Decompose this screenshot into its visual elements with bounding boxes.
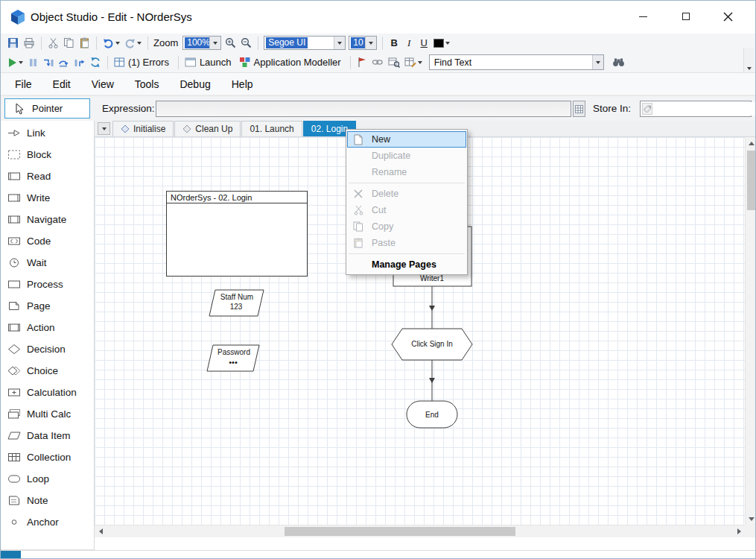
copy-button[interactable] bbox=[61, 35, 77, 51]
find-button[interactable] bbox=[610, 54, 627, 71]
menu-tools[interactable]: Tools bbox=[124, 73, 170, 95]
scroll-up-button[interactable] bbox=[746, 137, 756, 149]
save-button[interactable] bbox=[5, 35, 21, 51]
tool-wait[interactable]: Wait bbox=[1, 252, 94, 274]
context-menu-item-duplicate[interactable]: Duplicate bbox=[347, 148, 466, 164]
print-button[interactable] bbox=[21, 35, 37, 51]
vertical-scrollbar[interactable] bbox=[745, 137, 756, 525]
application-modeller-button[interactable]: Application Modeller bbox=[237, 54, 346, 71]
pause-button[interactable] bbox=[25, 54, 40, 71]
tool-code[interactable]: Code bbox=[1, 230, 94, 252]
tool-collection[interactable]: Collection bbox=[1, 446, 94, 468]
link-writer1-to-click-sign-in[interactable] bbox=[429, 286, 435, 329]
font-size-combobox[interactable]: 10 bbox=[349, 36, 377, 50]
breakpoint-button[interactable] bbox=[355, 54, 369, 71]
close-button[interactable] bbox=[710, 5, 746, 28]
tool-data-item[interactable]: Data Item bbox=[1, 425, 94, 446]
launch-button[interactable]: Launch bbox=[182, 54, 237, 71]
italic-button[interactable]: I bbox=[401, 36, 416, 51]
tool-link[interactable]: Link bbox=[1, 122, 94, 144]
vertical-scroll-thumb[interactable] bbox=[747, 151, 756, 210]
chevron-down-icon[interactable] bbox=[365, 37, 376, 49]
context-menu-item-cut[interactable]: Cut bbox=[347, 202, 466, 218]
tool-read[interactable]: Read bbox=[1, 165, 94, 187]
tool-write[interactable]: Write bbox=[1, 187, 94, 209]
data-item-staff-num[interactable]: Staff Num 123 bbox=[209, 290, 264, 316]
menu-view[interactable]: View bbox=[81, 73, 124, 95]
font-family-combobox[interactable]: Segoe UI bbox=[264, 36, 346, 50]
cut-button[interactable] bbox=[45, 35, 61, 51]
tab-list-dropdown-button[interactable] bbox=[98, 122, 110, 135]
tab-01-launch[interactable]: 01. Launch bbox=[241, 121, 302, 136]
scroll-right-button[interactable] bbox=[733, 525, 745, 537]
scroll-left-button[interactable] bbox=[95, 525, 107, 537]
chain-link-icon bbox=[372, 57, 384, 68]
context-menu-item-rename[interactable]: Rename bbox=[347, 164, 466, 180]
tool-note[interactable]: Note bbox=[1, 490, 94, 511]
toolbar-overflow-scrollbar[interactable] bbox=[743, 48, 755, 72]
link-click-sign-in-to-end[interactable] bbox=[429, 360, 435, 401]
errors-button[interactable]: (1) Errors bbox=[112, 54, 174, 71]
store-in-field[interactable] bbox=[640, 101, 752, 117]
tool-multi-calc[interactable]: Multi Calc bbox=[1, 403, 94, 425]
paste-button[interactable] bbox=[77, 35, 92, 51]
font-color-button[interactable] bbox=[431, 35, 452, 51]
menu-edit[interactable]: Edit bbox=[42, 73, 81, 95]
page-description-block[interactable]: NOrderSys - 02. Login bbox=[166, 191, 308, 277]
data-item-password[interactable]: Password ••• bbox=[207, 345, 259, 371]
step-in-button[interactable] bbox=[40, 54, 56, 71]
pointer-tool-button[interactable]: Pointer bbox=[4, 98, 90, 119]
tool-action[interactable]: Action bbox=[1, 317, 94, 338]
undo-button[interactable] bbox=[101, 35, 122, 51]
tool-choice[interactable]: Choice bbox=[1, 360, 94, 382]
show-links-button[interactable] bbox=[369, 54, 386, 71]
expression-input[interactable] bbox=[156, 101, 571, 117]
tool-decision[interactable]: Decision bbox=[1, 338, 94, 360]
minimize-button[interactable] bbox=[625, 5, 661, 28]
find-text-input[interactable] bbox=[431, 57, 592, 68]
chevron-down-icon[interactable] bbox=[209, 37, 220, 49]
scroll-down-button[interactable] bbox=[746, 513, 756, 525]
tool-anchor[interactable]: Anchor bbox=[1, 511, 94, 533]
underline-button[interactable]: U bbox=[416, 36, 431, 51]
find-text-combobox[interactable] bbox=[429, 54, 604, 70]
tool-loop[interactable]: Loop bbox=[1, 468, 94, 490]
chevron-down-icon[interactable] bbox=[592, 55, 603, 69]
horizontal-scrollbar[interactable] bbox=[95, 525, 745, 537]
context-menu-item-paste[interactable]: Paste bbox=[347, 235, 466, 251]
context-menu-item-new[interactable]: New bbox=[347, 131, 466, 148]
context-menu-item-copy[interactable]: Copy bbox=[347, 218, 466, 235]
launch-window-icon bbox=[185, 57, 197, 68]
restart-button[interactable] bbox=[87, 54, 104, 71]
menu-debug[interactable]: Debug bbox=[169, 73, 220, 95]
context-menu-item-label: Copy bbox=[372, 221, 393, 232]
maximize-button[interactable] bbox=[668, 5, 704, 28]
tool-block[interactable]: Block bbox=[1, 144, 94, 165]
tool-navigate[interactable]: Navigate bbox=[1, 209, 94, 230]
tab-initialise[interactable]: Initialise bbox=[112, 121, 174, 136]
search-dependencies-button[interactable] bbox=[386, 54, 402, 71]
menu-file[interactable]: File bbox=[4, 73, 42, 95]
context-menu-item-delete[interactable]: Delete bbox=[347, 186, 466, 202]
stage-click-sign-in[interactable]: Click Sign In bbox=[392, 329, 472, 360]
redo-button[interactable] bbox=[122, 35, 144, 51]
step-over-button[interactable] bbox=[56, 54, 72, 71]
zoom-combobox[interactable]: 100% bbox=[182, 36, 221, 50]
collection-manager-button[interactable] bbox=[402, 54, 425, 71]
run-button[interactable] bbox=[5, 54, 25, 71]
stage-end[interactable]: End bbox=[407, 401, 457, 428]
tab-clean-up[interactable]: Clean Up bbox=[174, 121, 241, 136]
bold-button[interactable]: B bbox=[387, 36, 401, 51]
context-menu-item-manage-pages[interactable]: Manage Pages bbox=[347, 256, 466, 273]
step-out-button[interactable] bbox=[72, 54, 87, 71]
tool-process[interactable]: Process bbox=[1, 274, 94, 295]
tool-calculation[interactable]: Calculation bbox=[1, 382, 94, 403]
zoom-in-button[interactable] bbox=[223, 35, 238, 51]
store-in-input[interactable] bbox=[654, 102, 756, 116]
expression-editor-button[interactable] bbox=[573, 101, 585, 117]
chevron-down-icon[interactable] bbox=[334, 37, 345, 49]
horizontal-scroll-thumb[interactable] bbox=[285, 527, 515, 536]
menu-help[interactable]: Help bbox=[221, 73, 264, 95]
zoom-out-button[interactable] bbox=[238, 35, 254, 51]
tool-page[interactable]: Page bbox=[1, 295, 94, 317]
